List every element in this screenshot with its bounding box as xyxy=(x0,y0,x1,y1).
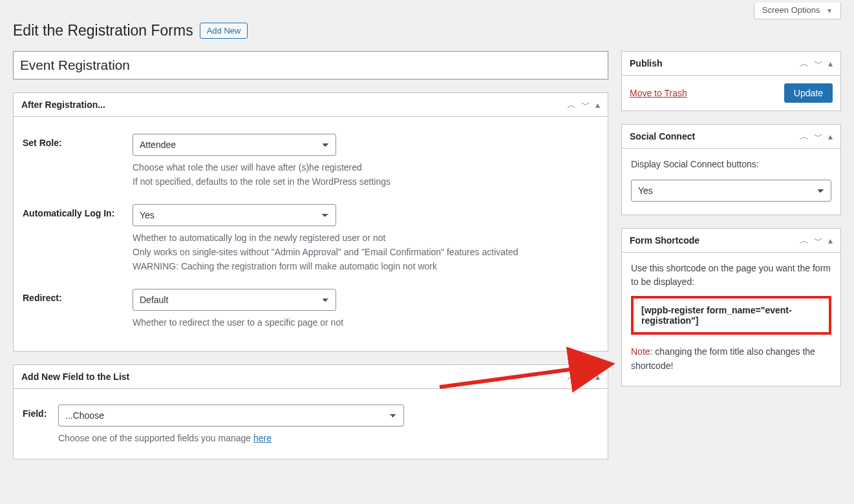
svg-line-0 xyxy=(440,364,608,387)
page-title: Edit the Registration Forms xyxy=(13,22,193,39)
screen-options-label: Screen Options xyxy=(762,5,820,15)
chevron-down-icon: ▼ xyxy=(826,7,833,14)
screen-options-toggle[interactable]: Screen Options ▼ xyxy=(754,3,841,19)
add-new-button[interactable]: Add New xyxy=(200,23,248,39)
annotation-arrow xyxy=(13,51,841,472)
